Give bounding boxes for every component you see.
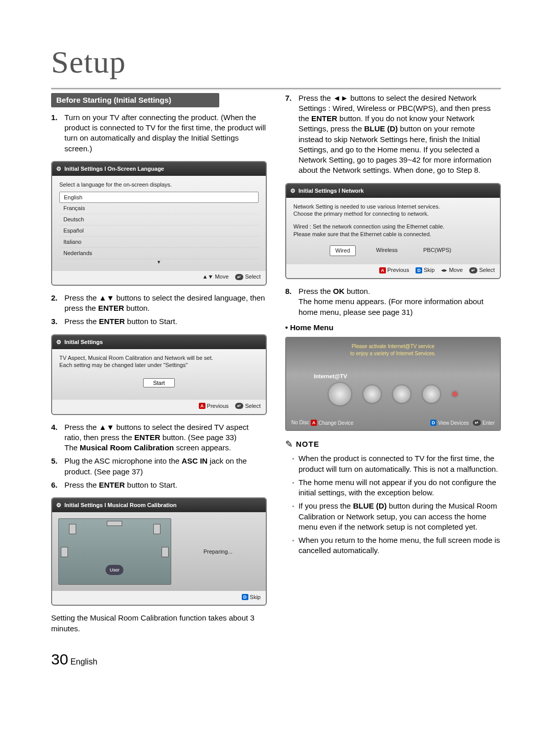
page-number: 30 xyxy=(51,651,68,668)
hint-skip: DSkip xyxy=(242,593,261,601)
step-7: 7. Press the ◄► buttons to select the de… xyxy=(285,93,501,176)
step-1: 1. Turn on your TV after connecting the … xyxy=(51,112,267,154)
panel-home: Please activate Internet@TV service to e… xyxy=(285,337,501,431)
blue-key-icon: D xyxy=(416,267,422,273)
note-item: The home menu will not appear if you do … xyxy=(292,477,501,498)
panel-text: Wired : Set the network connection using… xyxy=(293,223,493,231)
network-option-wireless[interactable]: Wireless xyxy=(371,245,403,256)
panel-title: Initial Settings I Musical Room Calibrat… xyxy=(64,501,176,509)
home-app-icon[interactable] xyxy=(452,392,457,397)
blue-key-icon: D xyxy=(242,594,248,600)
updown-icon: ▲▼ xyxy=(99,293,114,302)
panel-text: Network Setting is needed to use various… xyxy=(293,203,493,211)
blue-key-icon: D xyxy=(430,420,437,426)
updown-icon: ▲▼ xyxy=(202,273,214,281)
lang-deutsch[interactable]: Deutsch xyxy=(59,214,259,225)
status-text: Preparing... xyxy=(176,518,260,585)
home-app-label: Internet@TV xyxy=(314,373,347,380)
hint-skip: DSkip xyxy=(416,266,434,274)
red-key-icon: A xyxy=(379,267,386,273)
disc-status: No Disc xyxy=(291,419,309,426)
hint-move: ▲▼Move xyxy=(202,273,229,281)
panel-prompt: Select a language for the on-screen disp… xyxy=(59,181,259,189)
hint-previous: APrevious xyxy=(379,266,409,274)
home-app-icon[interactable] xyxy=(363,385,381,403)
updown-icon: ▲▼ xyxy=(99,423,114,431)
step-8: 8. Press the OK button. The home menu ap… xyxy=(285,286,501,317)
enter-icon: ↵ xyxy=(473,420,481,426)
red-key-icon: A xyxy=(199,403,205,409)
hint-select: ↵Select xyxy=(235,402,261,410)
panel-text: Choose the primary method for connecting… xyxy=(293,210,493,218)
panel-title: Initial Settings xyxy=(64,338,103,346)
panel-network: ⚙ Initial Settings I Network Network Set… xyxy=(285,183,501,279)
lang-francais[interactable]: Français xyxy=(59,203,259,214)
gear-icon: ⚙ xyxy=(290,187,295,195)
enter-icon: ↵ xyxy=(235,274,243,280)
hint-select: ↵Select xyxy=(469,266,495,274)
speaker-icon xyxy=(107,521,122,526)
note-item: When the product is connected to TV for … xyxy=(292,453,501,474)
step-4: 4. Press the ▲▼ buttons to select the de… xyxy=(51,422,267,453)
panel-text: Each setting may be changed later under … xyxy=(59,361,259,369)
speaker-icon xyxy=(69,524,76,534)
network-option-pbcwps[interactable]: PBC(WPS) xyxy=(418,245,456,256)
home-banner: Please activate Internet@TV service to e… xyxy=(291,343,495,357)
calibration-note: Setting the Musical Room Calibration fun… xyxy=(51,613,267,634)
home-app-icon[interactable] xyxy=(329,383,351,405)
section-heading: Before Starting (Initial Settings) xyxy=(51,93,219,107)
speaker-icon xyxy=(153,524,160,534)
step-2: 2. Press the ▲▼ buttons to select the de… xyxy=(51,293,267,314)
note-heading: ✎ NOTE xyxy=(285,438,501,450)
hint-enter: ↵Enter xyxy=(473,419,495,426)
home-app-icon[interactable] xyxy=(393,385,410,403)
hint-change-device: AChange Device xyxy=(311,420,354,427)
gear-icon: ⚙ xyxy=(56,501,61,509)
title-rule xyxy=(51,88,501,90)
room-diagram: User xyxy=(58,518,171,585)
user-position: User xyxy=(106,565,124,575)
step-6: 6. Press the ENTER button to Start. xyxy=(51,480,267,490)
panel-language: ⚙ Initial Settings I On-Screen Language … xyxy=(51,161,267,286)
hint-select: ↵Select xyxy=(235,273,261,281)
home-menu-label: • Home Menu xyxy=(285,323,501,333)
panel-calibration: ⚙ Initial Settings I Musical Room Calibr… xyxy=(51,497,267,606)
home-app-icon[interactable] xyxy=(423,385,440,403)
right-column: 7. Press the ◄► buttons to select the de… xyxy=(285,93,501,670)
lang-italiano[interactable]: Italiano xyxy=(59,237,259,248)
home-icon-row xyxy=(286,383,500,405)
speaker-icon xyxy=(162,547,169,557)
panel-text: Please make sure that the Ethernet cable… xyxy=(293,231,493,238)
gear-icon: ⚙ xyxy=(56,165,61,173)
panel-start: ⚙ Initial Settings TV Aspect, Musical Ro… xyxy=(51,334,267,415)
panel-title: Initial Settings I On-Screen Language xyxy=(64,165,164,173)
enter-icon: ↵ xyxy=(469,267,477,273)
lang-english[interactable]: English xyxy=(59,192,259,203)
panel-text: TV Aspect, Musical Room Calibration and … xyxy=(59,354,259,362)
page-footer: 30 English xyxy=(51,649,267,670)
speaker-icon xyxy=(61,547,68,557)
hint-move: ◂▸Move xyxy=(441,266,463,274)
leftright-icon: ◄► xyxy=(333,94,349,102)
page-title: Setup xyxy=(51,41,501,84)
enter-icon: ↵ xyxy=(235,403,243,409)
lang-nederlands[interactable]: Nederlands xyxy=(59,248,259,259)
step-5: 5. Plug the ASC microphone into the ASC … xyxy=(51,456,267,477)
more-indicator-icon: ▾ xyxy=(59,258,259,266)
hint-previous: APrevious xyxy=(199,402,228,410)
page-language: English xyxy=(71,657,97,666)
gear-icon: ⚙ xyxy=(56,338,61,346)
note-icon: ✎ xyxy=(285,438,293,450)
step-3: 3. Press the ENTER button to Start. xyxy=(51,316,267,327)
start-button[interactable]: Start xyxy=(143,378,174,387)
red-key-icon: A xyxy=(311,420,317,426)
note-item: If you press the BLUE (D) button during … xyxy=(292,501,501,532)
lang-espanol[interactable]: Español xyxy=(59,225,259,237)
network-option-wired[interactable]: Wired xyxy=(330,245,356,256)
hint-view-devices: DView Devices xyxy=(430,419,469,426)
note-item: When you return to the home menu, the fu… xyxy=(292,535,501,556)
left-column: Before Starting (Initial Settings) 1. Tu… xyxy=(51,93,267,670)
leftright-icon: ◂▸ xyxy=(441,266,447,274)
panel-title: Initial Settings I Network xyxy=(298,187,364,195)
